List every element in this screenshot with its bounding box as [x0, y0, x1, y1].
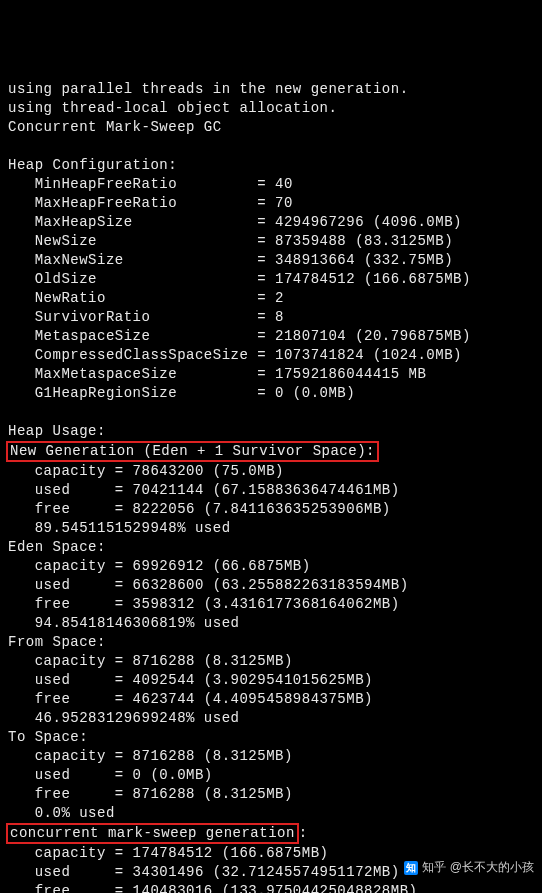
highlight-cms-generation: concurrent mark-sweep generation — [6, 823, 299, 844]
terminal-line: Heap Usage: — [8, 423, 106, 439]
watermark-author: @长不大的小孩 — [450, 858, 534, 877]
terminal-line: used = 0 (0.0MB) — [8, 767, 213, 783]
terminal-line: 94.85418146306819% used — [8, 615, 239, 631]
terminal-line: free = 140483016 (133.97504425048828MB) — [8, 883, 417, 893]
terminal-line: OldSize = 174784512 (166.6875MB) — [8, 271, 471, 287]
terminal-line: Concurrent Mark-Sweep GC — [8, 119, 222, 135]
terminal-line: used = 4092544 (3.9029541015625MB) — [8, 672, 373, 688]
zhihu-icon: 知 — [404, 861, 418, 875]
terminal-line: MaxHeapSize = 4294967296 (4096.0MB) — [8, 214, 462, 230]
terminal-line: used = 34301496 (32.71245574951172MB) — [8, 864, 400, 880]
terminal-line: capacity = 69926912 (66.6875MB) — [8, 558, 311, 574]
terminal-line: 0.0% used — [8, 805, 115, 821]
terminal-line: NewSize = 87359488 (83.3125MB) — [8, 233, 453, 249]
terminal-line: From Space: — [8, 634, 106, 650]
terminal-line: MaxMetaspaceSize = 17592186044415 MB — [8, 366, 426, 382]
terminal-line: MetaspaceSize = 21807104 (20.796875MB) — [8, 328, 471, 344]
terminal-line: MaxHeapFreeRatio = 70 — [8, 195, 293, 211]
terminal-line: used = 70421144 (67.15883636474461MB) — [8, 482, 400, 498]
terminal-line: using parallel threads in the new genera… — [8, 81, 409, 97]
terminal-line: used = 66328600 (63.255882263183594MB) — [8, 577, 409, 593]
terminal-line: MaxNewSize = 348913664 (332.75MB) — [8, 252, 453, 268]
terminal-line: capacity = 8716288 (8.3125MB) — [8, 748, 293, 764]
terminal-line: : — [299, 825, 308, 841]
terminal-line: free = 3598312 (3.4316177368164062MB) — [8, 596, 400, 612]
terminal-line: NewRatio = 2 — [8, 290, 284, 306]
terminal-line: G1HeapRegionSize = 0 (0.0MB) — [8, 385, 355, 401]
terminal-line: Eden Space: — [8, 539, 106, 555]
highlight-new-generation: New Generation (Eden + 1 Survivor Space)… — [6, 441, 379, 462]
terminal-line: free = 4623744 (4.4095458984375MB) — [8, 691, 373, 707]
terminal-line: 46.95283129699248% used — [8, 710, 239, 726]
terminal-line: using thread-local object allocation. — [8, 100, 337, 116]
terminal-line: capacity = 78643200 (75.0MB) — [8, 463, 284, 479]
watermark: 知 知乎 @长不大的小孩 — [404, 858, 534, 877]
terminal-line: To Space: — [8, 729, 88, 745]
terminal-line: free = 8222056 (7.841163635253906MB) — [8, 501, 391, 517]
terminal-line: capacity = 174784512 (166.6875MB) — [8, 845, 328, 861]
terminal-line: 89.5451151529948% used — [8, 520, 231, 536]
terminal-line: MinHeapFreeRatio = 40 — [8, 176, 293, 192]
terminal-line: CompressedClassSpaceSize = 1073741824 (1… — [8, 347, 462, 363]
terminal-line: Heap Configuration: — [8, 157, 177, 173]
terminal-line: free = 8716288 (8.3125MB) — [8, 786, 293, 802]
watermark-brand: 知乎 — [422, 858, 446, 877]
terminal-line: SurvivorRatio = 8 — [8, 309, 284, 325]
terminal-line: capacity = 8716288 (8.3125MB) — [8, 653, 293, 669]
